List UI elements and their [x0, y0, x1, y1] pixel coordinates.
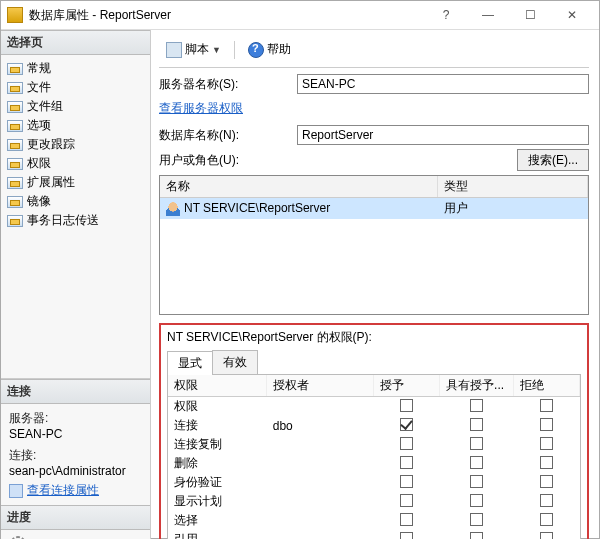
page-icon: [7, 101, 23, 113]
titlebar-help-button[interactable]: ?: [425, 1, 467, 29]
with-grant-checkbox[interactable]: [470, 475, 483, 488]
select-page-header: 选择页: [1, 30, 150, 55]
with-grant-cell: [440, 416, 514, 435]
page-item-2[interactable]: 文件组: [5, 97, 148, 116]
progress-block: 就绪: [1, 530, 150, 539]
connection-label: 连接:: [9, 447, 142, 464]
perm-col-grant[interactable]: 授予: [374, 375, 440, 397]
page-item-5[interactable]: 权限: [5, 154, 148, 173]
page-item-label: 文件: [27, 79, 51, 96]
page-item-1[interactable]: 文件: [5, 78, 148, 97]
script-button[interactable]: 脚本 ▼: [159, 38, 228, 61]
permission-row[interactable]: 连接dbo: [168, 416, 580, 435]
permission-row[interactable]: 引用: [168, 530, 580, 539]
tab-explicit[interactable]: 显式: [167, 351, 213, 375]
with-grant-checkbox[interactable]: [470, 399, 483, 412]
grant-checkbox[interactable]: [400, 437, 413, 450]
grant-checkbox[interactable]: [400, 418, 413, 431]
permissions-tabs: 显式 有效: [167, 350, 581, 375]
search-button[interactable]: 搜索(E)...: [517, 149, 589, 171]
page-item-8[interactable]: 事务日志传送: [5, 211, 148, 230]
permission-row[interactable]: 选择: [168, 511, 580, 530]
users-col-name[interactable]: 名称: [160, 176, 438, 198]
perm-cell-grantor: [267, 473, 374, 492]
perm-col-grantor[interactable]: 授权者: [267, 375, 374, 397]
page-item-3[interactable]: 选项: [5, 116, 148, 135]
deny-checkbox[interactable]: [540, 513, 553, 526]
perm-cell-permission: 引用: [168, 530, 267, 539]
grant-checkbox[interactable]: [400, 399, 413, 412]
grant-checkbox[interactable]: [400, 456, 413, 469]
deny-checkbox[interactable]: [540, 456, 553, 469]
minimize-button[interactable]: —: [467, 1, 509, 29]
grant-checkbox[interactable]: [400, 494, 413, 507]
perm-cell-grantor: dbo: [267, 416, 374, 435]
grant-cell: [374, 492, 440, 511]
permission-row[interactable]: 显示计划: [168, 492, 580, 511]
with-grant-cell: [440, 435, 514, 454]
deny-checkbox[interactable]: [540, 494, 553, 507]
perm-cell-permission: 删除: [168, 454, 267, 473]
with-grant-checkbox[interactable]: [470, 437, 483, 450]
permissions-grid[interactable]: 权限 授权者 授予 具有授予... 拒绝 权限连接dbo连接复制删除身份验证显示…: [167, 375, 581, 539]
left-spacer: [1, 234, 150, 379]
close-button[interactable]: ✕: [551, 1, 593, 29]
page-item-label: 权限: [27, 155, 51, 172]
database-name-row: 数据库名称(N):: [159, 125, 589, 145]
page-item-6[interactable]: 扩展属性: [5, 173, 148, 192]
page-icon: [7, 120, 23, 132]
page-item-0[interactable]: 常规: [5, 59, 148, 78]
page-icon: [7, 177, 23, 189]
server-name-label: 服务器名称(S):: [159, 76, 297, 93]
script-icon: [166, 42, 182, 58]
users-col-type[interactable]: 类型: [438, 176, 588, 198]
permission-row[interactable]: 权限: [168, 397, 580, 417]
grant-checkbox[interactable]: [400, 513, 413, 526]
deny-checkbox[interactable]: [540, 418, 553, 431]
left-pane: 选择页 常规文件文件组选项更改跟踪权限扩展属性镜像事务日志传送 连接 服务器: …: [1, 30, 151, 539]
maximize-button[interactable]: ☐: [509, 1, 551, 29]
perm-col-deny[interactable]: 拒绝: [514, 375, 580, 397]
server-name-row: 服务器名称(S):: [159, 74, 589, 94]
page-icon: [7, 82, 23, 94]
progress-header: 进度: [1, 505, 150, 530]
page-item-label: 镜像: [27, 193, 51, 210]
page-item-4[interactable]: 更改跟踪: [5, 135, 148, 154]
view-connection-properties-link[interactable]: 查看连接属性: [9, 482, 142, 499]
grant-checkbox[interactable]: [400, 532, 413, 540]
server-label: 服务器:: [9, 410, 142, 427]
with-grant-checkbox[interactable]: [470, 418, 483, 431]
server-name-input: [297, 74, 589, 94]
with-grant-checkbox[interactable]: [470, 532, 483, 540]
page-item-label: 事务日志传送: [27, 212, 99, 229]
deny-checkbox[interactable]: [540, 399, 553, 412]
permission-row[interactable]: 删除: [168, 454, 580, 473]
view-server-permissions-link[interactable]: 查看服务器权限: [159, 100, 589, 117]
permission-row[interactable]: 身份验证: [168, 473, 580, 492]
with-grant-checkbox[interactable]: [470, 513, 483, 526]
deny-checkbox[interactable]: [540, 475, 553, 488]
users-row[interactable]: NT SERVICE\ReportServer用户: [160, 198, 588, 220]
perm-cell-grantor: [267, 530, 374, 539]
deny-cell: [514, 435, 580, 454]
tab-effective[interactable]: 有效: [212, 350, 258, 374]
with-grant-cell: [440, 530, 514, 539]
database-name-input: [297, 125, 589, 145]
page-icon: [7, 196, 23, 208]
help-button[interactable]: 帮助: [241, 38, 298, 61]
perm-col-with-grant[interactable]: 具有授予...: [440, 375, 514, 397]
page-item-label: 更改跟踪: [27, 136, 75, 153]
page-item-7[interactable]: 镜像: [5, 192, 148, 211]
grant-checkbox[interactable]: [400, 475, 413, 488]
with-grant-checkbox[interactable]: [470, 456, 483, 469]
titlebar: 数据库属性 - ReportServer ? — ☐ ✕: [1, 1, 599, 30]
deny-checkbox[interactable]: [540, 437, 553, 450]
permissions-title: NT SERVICE\ReportServer 的权限(P):: [167, 329, 581, 346]
perm-col-permission[interactable]: 权限: [168, 375, 267, 397]
permission-row[interactable]: 连接复制: [168, 435, 580, 454]
perm-cell-grantor: [267, 511, 374, 530]
with-grant-checkbox[interactable]: [470, 494, 483, 507]
deny-cell: [514, 530, 580, 539]
deny-checkbox[interactable]: [540, 532, 553, 540]
users-grid[interactable]: 名称 类型 NT SERVICE\ReportServer用户: [159, 175, 589, 315]
